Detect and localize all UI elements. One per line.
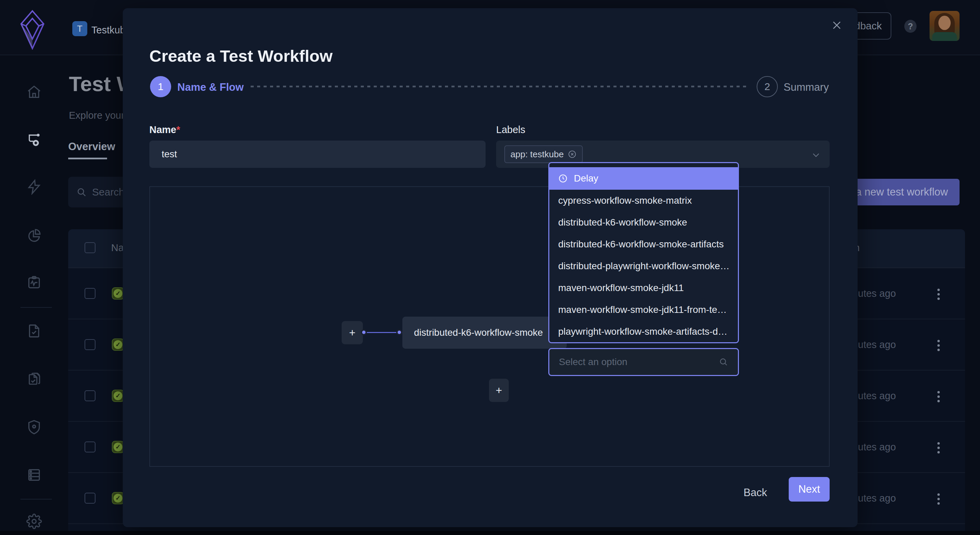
clock-icon (558, 174, 568, 183)
sidebar-item-test-suites[interactable] (15, 367, 53, 391)
add-step-node[interactable]: + (342, 321, 363, 344)
name-input[interactable] (150, 141, 485, 168)
sidebar-divider (21, 499, 52, 500)
name-field-label: Name* (150, 124, 180, 136)
step-1-circle: 1 (150, 76, 171, 97)
user-avatar[interactable] (929, 11, 959, 41)
search-icon (76, 187, 87, 197)
row-timestamp: utes ago (858, 493, 896, 504)
page-subtitle: Explore your (69, 110, 124, 121)
workflow-node[interactable]: distributed-k6-workflow-smoke (402, 317, 567, 349)
row-checkbox[interactable] (84, 288, 95, 299)
remove-tag-icon[interactable] (568, 150, 577, 159)
avatar-face (939, 16, 951, 30)
status-passed-icon: ✓ (112, 390, 124, 402)
dropdown-option[interactable]: cypress-workflow-smoke-matrix (549, 190, 738, 212)
status-passed-icon: ✓ (112, 339, 124, 351)
app-root: T Testkube Feedback ? (0, 0, 980, 535)
row-checkbox[interactable] (84, 339, 95, 350)
edge-target-handle[interactable] (396, 329, 402, 335)
org-badge[interactable]: T (72, 21, 87, 36)
edge-source-handle[interactable] (361, 329, 367, 335)
create-test-workflow-modal: Create a Test Workflow 1 Name & Flow 2 S… (123, 8, 858, 527)
status-passed-icon: ✓ (112, 492, 124, 504)
search-icon (719, 357, 729, 367)
required-asterisk: * (176, 124, 180, 135)
sidebar-item-sources[interactable] (15, 463, 53, 487)
sidebar-item-triggers[interactable] (15, 175, 53, 199)
chevron-down-icon (811, 150, 821, 160)
modal-title: Create a Test Workflow (150, 46, 332, 65)
tab-overview[interactable]: Overview (68, 141, 115, 153)
back-button[interactable]: Back (737, 481, 774, 505)
step-2-circle: 2 (757, 76, 778, 97)
stepper-connector (251, 86, 748, 87)
dropdown-option[interactable]: playwright-workflow-smoke-artifacts-d… (549, 321, 738, 343)
status-passed-icon: ✓ (112, 441, 124, 453)
sidebar-item-insights[interactable] (15, 224, 53, 248)
step-1-label: Name & Flow (177, 81, 244, 94)
bottom-strip (0, 531, 980, 535)
select-option-field[interactable] (548, 348, 739, 376)
tab-underline (68, 158, 107, 159)
row-timestamp: utes ago (858, 390, 896, 402)
row-timestamp: utes ago (858, 339, 896, 350)
row-menu-icon[interactable] (932, 286, 945, 302)
sidebar-item-tests[interactable] (15, 319, 53, 343)
dropdown-option-delay[interactable]: Delay (549, 167, 738, 190)
dropdown-option[interactable]: distributed-playwright-workflow-smoke… (549, 255, 738, 277)
dropdown-option[interactable]: distributed-k6-workflow-smoke (549, 212, 738, 233)
row-checkbox[interactable] (84, 493, 95, 504)
row-checkbox[interactable] (84, 390, 95, 401)
row-menu-icon[interactable] (932, 439, 945, 456)
testkube-logo-icon (20, 10, 45, 50)
label-tag: app: testkube (504, 145, 583, 163)
dropdown-option[interactable]: maven-workflow-smoke-jdk11-from-te… (549, 299, 738, 321)
dropdown-option[interactable]: maven-workflow-smoke-jdk11 (549, 277, 738, 299)
dropdown-option[interactable]: distributed-k6-workflow-smoke-artifacts (549, 233, 738, 255)
labels-field-label: Labels (496, 124, 525, 136)
sidebar-item-home[interactable] (15, 80, 53, 104)
row-timestamp: utes ago (858, 288, 896, 299)
row-checkbox[interactable] (84, 441, 95, 452)
close-icon[interactable] (829, 18, 844, 33)
add-test-workflow-button[interactable]: Add a new test workflow (847, 179, 959, 205)
sidebar-divider (21, 307, 52, 308)
help-icon[interactable]: ? (904, 20, 916, 33)
next-button[interactable]: Next (789, 477, 830, 501)
select-all-checkbox[interactable] (84, 242, 95, 253)
sidebar-item-settings[interactable] (15, 509, 53, 533)
add-step-node[interactable]: + (489, 379, 509, 402)
select-option-input[interactable] (559, 356, 719, 367)
sidebar-item-executors[interactable] (15, 415, 53, 439)
avatar-shirt (932, 32, 957, 41)
status-passed-icon: ✓ (112, 287, 124, 300)
row-menu-icon[interactable] (932, 491, 945, 507)
row-timestamp: utes ago (858, 441, 896, 453)
sidebar-item-test-workflows[interactable] (15, 128, 53, 152)
row-menu-icon[interactable] (932, 388, 945, 405)
step-2-label: Summary (784, 81, 829, 94)
step-options-dropdown: Delay cypress-workflow-smoke-matrix dist… (548, 162, 739, 343)
sidebar-item-status-pages[interactable] (15, 271, 53, 294)
row-menu-icon[interactable] (932, 337, 945, 353)
